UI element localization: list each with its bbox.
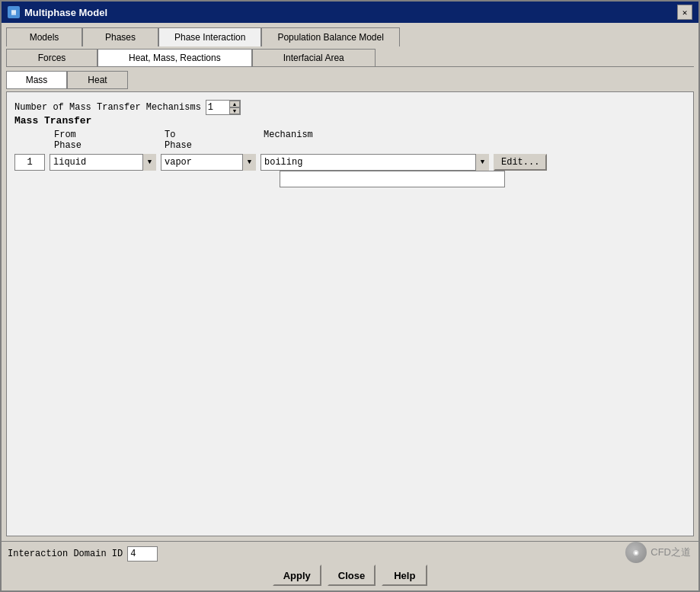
watermark-logo: ◉ xyxy=(625,542,647,563)
tab-heat-mass-reactions[interactable]: Heat, Mass, Reactions xyxy=(97,49,252,66)
top-tab-row: Models Phases Phase Interaction Populati… xyxy=(6,27,694,46)
bottom-bar: Interaction Domain ID Apply Close Help xyxy=(2,541,698,590)
apply-button[interactable]: Apply xyxy=(273,565,321,586)
mass-transfer-row-1: 1 liquid vapor ▼ vapor liquid ▼ xyxy=(14,154,686,171)
mass-transfer-label: Mass Transfer xyxy=(14,115,686,126)
watermark: ◉ CFD之道 xyxy=(625,542,691,563)
spinner-up-button[interactable]: ▲ xyxy=(229,101,240,107)
button-row: Apply Close Help xyxy=(8,565,692,586)
watermark-text: CFD之道 xyxy=(650,546,691,559)
sub-input-row xyxy=(54,171,686,187)
tab-interfacial-area[interactable]: Interfacial Area xyxy=(252,49,376,66)
title-bar: ▦ Multiphase Model ✕ xyxy=(2,2,698,23)
sub-mechanism-input[interactable] xyxy=(280,171,505,187)
title-bar-left: ▦ Multiphase Model xyxy=(8,6,107,18)
window-body: Models Phases Phase Interaction Populati… xyxy=(2,23,698,541)
third-tab-row: Mass Heat xyxy=(6,71,694,89)
main-window: ▦ Multiphase Model ✕ Models Phases Phase… xyxy=(0,0,700,592)
close-window-button[interactable]: ✕ xyxy=(677,5,692,20)
tab-mass[interactable]: Mass xyxy=(6,71,67,89)
row-number: 1 xyxy=(14,154,45,171)
column-headers: From Phase To Phase Mechanism xyxy=(14,130,686,151)
domain-id-input[interactable] xyxy=(127,546,158,562)
domain-label: Interaction Domain ID xyxy=(8,549,123,559)
tab-forces[interactable]: Forces xyxy=(6,49,97,66)
to-phase-dropdown-wrapper: vapor liquid ▼ xyxy=(161,154,256,171)
mechanism-count-spinner[interactable]: ▲ ▼ xyxy=(206,100,241,115)
domain-row: Interaction Domain ID xyxy=(8,546,692,562)
tab-phase-interaction[interactable]: Phase Interaction xyxy=(158,27,261,46)
mechanism-dropdown-wrapper: boiling evaporation condensation ▼ xyxy=(261,154,489,171)
tab-models[interactable]: Models xyxy=(6,27,82,46)
help-button[interactable]: Help xyxy=(382,565,427,586)
second-tab-row: Forces Heat, Mass, Reactions Interfacial… xyxy=(6,49,694,67)
panel-content: Number of Mass Transfer Mechanisms ▲ ▼ M… xyxy=(6,91,694,536)
tab-phases[interactable]: Phases xyxy=(82,27,158,46)
tab-heat[interactable]: Heat xyxy=(67,71,128,89)
spinner-down-button[interactable]: ▼ xyxy=(229,107,240,114)
header-to: To Phase xyxy=(165,130,264,151)
to-phase-select[interactable]: vapor liquid xyxy=(161,154,256,171)
mechanism-count-row: Number of Mass Transfer Mechanisms ▲ ▼ xyxy=(14,100,686,115)
header-mechanism: Mechanism xyxy=(264,130,313,151)
mechanism-select[interactable]: boiling evaporation condensation xyxy=(261,154,489,171)
mechanism-count-input[interactable] xyxy=(206,101,229,114)
from-phase-dropdown-wrapper: liquid vapor ▼ xyxy=(50,154,156,171)
mechanism-count-label: Number of Mass Transfer Mechanisms xyxy=(14,102,201,113)
close-button[interactable]: Close xyxy=(328,565,376,586)
window-title: Multiphase Model xyxy=(24,7,107,18)
tab-population-balance[interactable]: Population Balance Model xyxy=(261,27,399,46)
edit-button[interactable]: Edit... xyxy=(494,154,547,171)
header-from: From Phase xyxy=(54,130,165,151)
from-phase-select[interactable]: liquid vapor xyxy=(50,154,156,171)
window-icon: ▦ xyxy=(8,6,20,18)
spinner-arrows: ▲ ▼ xyxy=(229,101,240,114)
